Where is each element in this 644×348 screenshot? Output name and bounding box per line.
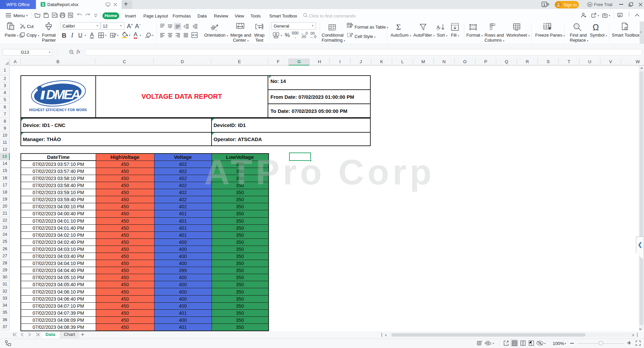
svg-text:P: P xyxy=(53,14,55,17)
svg-text:DMEA: DMEA xyxy=(46,87,81,102)
svg-text:1: 1 xyxy=(543,3,545,7)
svg-text:A: A xyxy=(436,24,440,30)
